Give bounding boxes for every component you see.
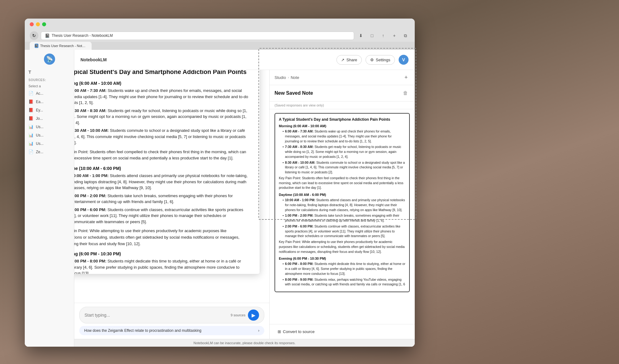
browser-tab[interactable]: 📓 Thesis User Research - NotebookLM	[30, 42, 92, 50]
morning-key-pain: Key Pain Point: Students often feel comp…	[74, 149, 249, 162]
article-popup: A Typical Student's Day and Smartphone A…	[74, 70, 260, 274]
studio-area: A Typical Student's Day and Smartphone A…	[74, 70, 415, 339]
send-button[interactable]: ▶	[248, 310, 259, 321]
browser-toolbar: ↻ 📓 Thesis User Research - NotebookLM ⬇ …	[30, 29, 410, 42]
app-logo: 📡	[44, 54, 55, 65]
sidebar-icon-6: 📊	[28, 141, 33, 146]
note-evening-bullet-0: • 6:00 PM - 8:00 PM: Students might dedi…	[283, 262, 405, 276]
breadcrumb-path: Studio › Note	[275, 75, 299, 80]
sidebar-item-label-1: Ea...	[36, 100, 44, 104]
add-note-button[interactable]: +	[402, 74, 410, 81]
tab-favicon: 📓	[45, 33, 50, 38]
convert-bar: ⊞ Convert to source	[270, 324, 415, 339]
browser-window: ↻ 📓 Thesis User Research - NotebookLM ⬇ …	[25, 19, 415, 347]
share-icon[interactable]: ↑	[379, 31, 387, 40]
sidebar-item-3[interactable]: 📕 Jo...	[25, 114, 74, 123]
sidebar-icon-2: 📕	[28, 108, 33, 112]
sidebar-item-label-5: Us...	[36, 133, 44, 137]
delete-note-button[interactable]: 🗑	[401, 89, 410, 98]
maximize-button[interactable]	[42, 22, 46, 26]
user-avatar[interactable]: V	[399, 55, 409, 65]
sidebar-title-initial: T	[25, 68, 74, 76]
morning-heading: Morning (6:00 AM - 10:00 AM)	[74, 81, 249, 86]
article-title: A Typical Student's Day and Smartphone A…	[74, 70, 249, 76]
sidebar-item-0[interactable]: 📄 Ac...	[25, 89, 74, 98]
extensions-icon[interactable]: ⧉	[401, 31, 410, 40]
select-label: Select a	[25, 83, 74, 89]
main-content: NotebookLM ↗ Share ⚙ Settings V	[74, 50, 415, 347]
suggested-query[interactable]: How does the Zeigarnik Effect relate to …	[79, 326, 264, 335]
morning-bullet-1: • 7:30 AM - 8:30 AM: Students get ready …	[74, 108, 249, 126]
settings-button[interactable]: ⚙ Settings	[366, 55, 395, 65]
breadcrumb-separator: ›	[288, 76, 289, 79]
minimize-button[interactable]	[36, 22, 40, 26]
morning-bullet-0: • 6:00 AM - 7:30 AM: Students wake up an…	[74, 88, 249, 106]
close-button[interactable]	[30, 22, 34, 26]
note-title-bar: New Saved Note 🗑	[270, 85, 415, 102]
chat-bottom-bar: 9 sources ▶ How does the Zeigarnik Effec…	[74, 303, 269, 339]
sidebar-icon-5: 📊	[28, 133, 33, 137]
convert-label: Convert to source	[283, 329, 315, 334]
app-name-label: NotebookLM	[80, 57, 107, 62]
sidebar-item-label-6: Us...	[36, 141, 44, 146]
note-morning-section: Morning (6:00 AM - 10:00 AM)	[279, 124, 405, 128]
address-bar[interactable]: 📓 Thesis User Research - NotebookLM	[41, 32, 354, 40]
download-icon[interactable]: ⬇	[357, 31, 365, 40]
header-actions: ↗ Share ⚙ Settings V	[336, 55, 409, 65]
note-daytime-key-pain: Key Pain Point: While attempting to use …	[279, 240, 405, 254]
notes-breadcrumb: Studio › Note +	[270, 70, 415, 85]
notes-panel: Studio › Note + New Saved Note 🗑 (Saved …	[269, 70, 415, 339]
chat-input-area: 9 sources ▶ How does the Zeigarnik Effec…	[79, 307, 264, 335]
sidebar-icon-4: 📊	[28, 124, 33, 129]
breadcrumb-studio: Studio	[275, 75, 286, 80]
sidebar-item-7[interactable]: 📄 Ze...	[25, 148, 74, 156]
sidebar-item-1[interactable]: 📕 Ea...	[25, 98, 74, 106]
note-daytime-bullet-1: • 1:00 PM - 2:00 PM: Students take lunch…	[283, 213, 405, 223]
header-left: NotebookLM	[80, 57, 107, 62]
address-text: Thesis User Research - NotebookLM	[52, 33, 113, 38]
note-daytime-bullet-0: • 10:00 AM - 1:00 PM: Students attend cl…	[283, 198, 405, 212]
browser-actions: ⬇ □ ↑ + ⧉	[357, 31, 410, 40]
sidebar-icon-7: 📄	[28, 150, 33, 154]
daytime-bullet-0: • 10:00 AM - 1:00 PM: Students attend cl…	[74, 173, 249, 191]
note-morning-key-pain: Key Pain Point: Students often feel comp…	[279, 176, 405, 190]
reload-button[interactable]: ↻	[30, 31, 38, 40]
sidebar-item-label-7: Ze...	[36, 150, 43, 154]
note-morning-bullet-1: • 7:30 AM - 8:30 AM: Students get ready …	[283, 145, 405, 159]
note-evening-section: Evening (6:00 PM - 10:30 PM)	[279, 257, 405, 260]
sidebar-item-label-4: Us...	[36, 125, 44, 129]
sidebar-item-2[interactable]: 📕 Ey...	[25, 106, 74, 114]
suggested-query-icon: ›	[258, 328, 259, 333]
tab-title: Thesis User Research - NotebookLM	[40, 44, 87, 48]
evening-bullet-0: • 6:00 PM - 8:00 PM: Students might dedi…	[74, 258, 249, 274]
note-card: A Typical Student's Day and Smartphone A…	[275, 113, 410, 292]
chat-input-wrapper: 9 sources ▶	[79, 307, 264, 323]
chat-area: A Typical Student's Day and Smartphone A…	[74, 70, 269, 339]
note-content: A Typical Student's Day and Smartphone A…	[270, 109, 415, 324]
sidebar-icon-1: 📕	[28, 99, 33, 104]
suggested-query-text: How does the Zeigarnik Effect relate to …	[84, 328, 201, 333]
settings-label: Settings	[376, 58, 390, 62]
sidebar-icon-3: 📕	[28, 116, 33, 121]
sidebar-item-6[interactable]: 📊 Us...	[25, 139, 74, 148]
bookmark-icon[interactable]: □	[368, 31, 376, 40]
new-tab-icon[interactable]: +	[390, 31, 399, 40]
sidebar-item-label-2: Ey...	[36, 108, 43, 112]
sidebar-item-4[interactable]: 📊 Us...	[25, 123, 74, 131]
sidebar-item-5[interactable]: 📊 Us...	[25, 131, 74, 139]
breadcrumb-note: Note	[291, 75, 299, 80]
disclaimer-bar: NotebookLM can be inaccurate, please dou…	[74, 339, 415, 347]
main-header: NotebookLM ↗ Share ⚙ Settings V	[74, 50, 415, 70]
chat-input[interactable]	[84, 313, 228, 318]
daytime-key-pain: Key Pain Point: While attempting to use …	[74, 228, 249, 247]
disclaimer-text: NotebookLM can be inaccurate, please dou…	[193, 341, 296, 345]
browser-content: 📡 T Sources: Select a 📄 Ac... 📕 Ea... 📕 …	[25, 50, 415, 347]
sources-badge: 9 sources	[231, 313, 245, 317]
convert-to-source-button[interactable]: ⊞ Convert to source	[275, 327, 318, 336]
share-button[interactable]: ↗ Share	[336, 55, 362, 65]
browser-chrome: ↻ 📓 Thesis User Research - NotebookLM ⬇ …	[25, 19, 415, 42]
evening-heading: Evening (6:00 PM - 10:30 PM)	[74, 251, 249, 256]
sidebar-item-label-0: Ac...	[36, 91, 43, 96]
daytime-bullet-1: • 1:00 PM - 2:00 PM: Students take lunch…	[74, 193, 249, 205]
settings-icon: ⚙	[370, 58, 374, 62]
